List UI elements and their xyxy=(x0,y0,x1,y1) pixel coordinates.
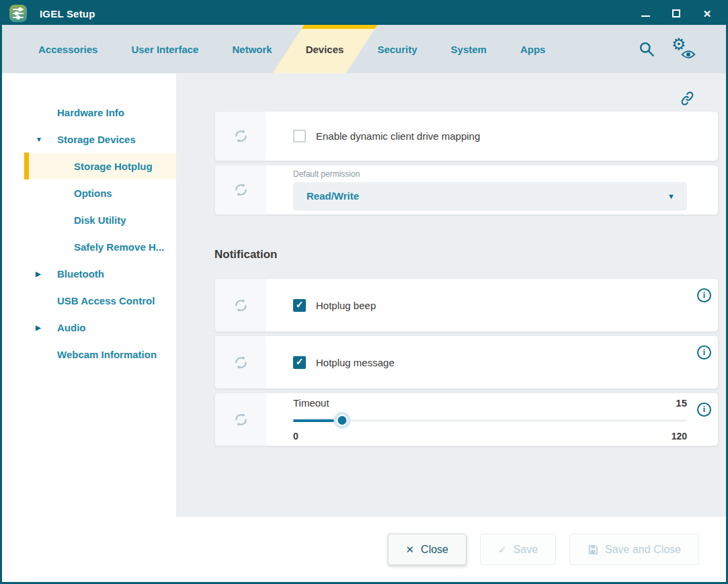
sidebar-item-audio[interactable]: ▶ Audio xyxy=(2,314,176,341)
settings-content-panel: Enable dynamic client drive mapping xyxy=(176,73,726,517)
sidebar-item-disk-utility[interactable]: Disk Utility xyxy=(2,206,176,233)
slider-track[interactable] xyxy=(293,419,687,422)
chevron-down-icon: ▼ xyxy=(668,192,675,200)
default-permission-select[interactable]: Read/Write ▼ xyxy=(293,182,687,210)
tab-user-interface[interactable]: User Interface xyxy=(131,25,198,73)
reset-column xyxy=(215,165,266,214)
hotplug-message-checkbox[interactable]: ✓ xyxy=(293,356,306,369)
info-icon[interactable]: i xyxy=(697,288,711,302)
check-icon: ✓ xyxy=(296,300,304,309)
reset-parameter-icon[interactable] xyxy=(232,353,250,372)
setting-row-hotplug-message: ✓ Hotplug message i xyxy=(214,335,719,389)
check-icon: ✓ xyxy=(296,357,304,366)
dynamic-drive-mapping-checkbox[interactable] xyxy=(293,130,306,142)
setting-row-default-permission: Default permission Read/Write ▼ xyxy=(214,165,719,215)
slider-thumb[interactable] xyxy=(337,415,348,426)
reset-column xyxy=(215,336,266,388)
minimize-icon xyxy=(641,15,650,17)
slider-fill xyxy=(293,419,342,422)
tab-devices[interactable]: Devices xyxy=(288,25,362,73)
checkbox-label: Hotplug beep xyxy=(316,300,376,311)
section-title-notification: Notification xyxy=(214,248,726,261)
sidebar-item-options[interactable]: Options xyxy=(2,179,176,206)
settings-nav-sidebar: Hardware Info ▼ Storage Devices Storage … xyxy=(2,73,176,517)
reset-column xyxy=(215,112,266,161)
collapsed-arrow-icon[interactable]: ▶ xyxy=(36,324,41,331)
tab-security[interactable]: Security xyxy=(377,25,417,73)
window-title: IGEL Setup xyxy=(40,8,95,19)
main-tabbar: Accessories User Interface Network Devic… xyxy=(2,25,726,73)
setting-row-hotplug-beep: ✓ Hotplug beep i xyxy=(214,278,719,332)
info-icon[interactable]: i xyxy=(697,403,711,417)
minimize-button[interactable] xyxy=(640,8,651,19)
floppy-save-icon xyxy=(588,544,598,555)
info-icon[interactable]: i xyxy=(697,345,711,360)
window-controls: ✕ xyxy=(640,8,718,19)
checkbox-label: Enable dynamic client drive mapping xyxy=(316,130,480,142)
titlebar: IGEL Setup ✕ xyxy=(2,2,726,25)
reset-column xyxy=(215,393,266,446)
setting-row-timeout: Timeout 15 0 120 i xyxy=(214,392,719,446)
tab-system[interactable]: System xyxy=(451,25,487,73)
checkbox-label: Hotplug message xyxy=(316,357,395,368)
reset-parameter-icon[interactable] xyxy=(232,296,250,315)
eye-icon xyxy=(681,50,696,59)
igel-logo-icon xyxy=(9,5,27,22)
close-button[interactable]: ✕ Close xyxy=(388,534,467,565)
sidebar-item-storage-devices[interactable]: ▼ Storage Devices xyxy=(2,126,176,153)
maximize-button[interactable] xyxy=(671,8,682,19)
hotplug-beep-checkbox[interactable]: ✓ xyxy=(293,299,306,312)
close-window-button[interactable]: ✕ xyxy=(702,8,713,19)
collapsed-arrow-icon[interactable]: ▶ xyxy=(36,270,41,278)
tab-network[interactable]: Network xyxy=(232,25,272,73)
select-value: Read/Write xyxy=(307,190,359,202)
save-button[interactable]: ✓ Save xyxy=(480,534,556,565)
setting-row-dynamic-drive-mapping: Enable dynamic client drive mapping xyxy=(214,111,719,161)
tab-apps[interactable]: Apps xyxy=(520,25,546,73)
save-and-close-button[interactable]: Save and Close xyxy=(569,534,699,565)
maximize-icon xyxy=(672,9,680,17)
sidebar-item-hardware-info[interactable]: Hardware Info xyxy=(2,99,176,126)
check-icon: ✓ xyxy=(498,544,507,554)
expanded-arrow-icon[interactable]: ▼ xyxy=(36,136,42,143)
timeout-slider[interactable] xyxy=(293,415,687,426)
slider-current-value: 15 xyxy=(676,397,687,409)
igel-setup-window: IGEL Setup ✕ Accessories User Interface … xyxy=(0,0,728,584)
close-icon: ✕ xyxy=(703,9,712,19)
footer-action-bar: ✕ Close ✓ Save Save and Close xyxy=(2,517,726,582)
sidebar-item-webcam-information[interactable]: Webcam Information xyxy=(2,341,176,368)
sidebar-item-storage-hotplug[interactable]: Storage Hotplug xyxy=(24,153,176,179)
reset-column xyxy=(215,279,266,331)
expert-view-button[interactable]: ⚙ xyxy=(672,39,696,59)
close-x-icon: ✕ xyxy=(406,544,415,554)
sidebar-item-usb-access-control[interactable]: USB Access Control xyxy=(2,287,176,314)
slider-min: 0 xyxy=(293,431,298,442)
sidebar-item-safely-remove[interactable]: Safely Remove H... xyxy=(2,233,176,260)
select-label: Default permission xyxy=(293,169,718,179)
reset-parameter-icon[interactable] xyxy=(232,411,250,429)
reset-parameter-icon[interactable] xyxy=(232,127,250,145)
reset-parameter-icon[interactable] xyxy=(232,181,250,199)
search-icon xyxy=(638,40,655,58)
sidebar-item-bluetooth[interactable]: ▶ Bluetooth xyxy=(2,260,176,287)
slider-label: Timeout xyxy=(293,397,329,409)
tab-accessories[interactable]: Accessories xyxy=(38,25,97,73)
slider-max: 120 xyxy=(672,431,687,442)
copy-link-icon[interactable] xyxy=(679,90,696,108)
search-button[interactable] xyxy=(638,40,655,58)
